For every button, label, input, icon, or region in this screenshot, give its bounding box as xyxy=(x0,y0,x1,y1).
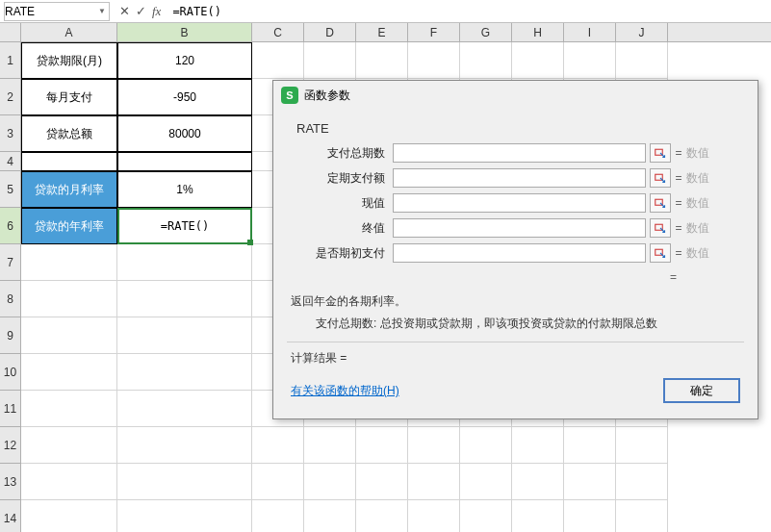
cell-A6[interactable]: 贷款的年利率 xyxy=(21,208,117,244)
help-link[interactable]: 有关该函数的帮助(H) xyxy=(291,383,399,399)
cell-B4[interactable] xyxy=(117,152,252,171)
cell-G1[interactable] xyxy=(460,42,512,79)
cell-I1[interactable] xyxy=(564,42,616,79)
cell-D14[interactable] xyxy=(304,500,356,532)
cell-B6-editing[interactable]: =RATE() xyxy=(117,208,252,244)
cell-A14[interactable] xyxy=(21,500,117,532)
col-header-A[interactable]: A xyxy=(21,23,117,41)
cell-A13[interactable] xyxy=(21,464,117,500)
cell-H14[interactable] xyxy=(512,500,564,532)
cell-A3[interactable]: 贷款总额 xyxy=(21,115,117,152)
cell-A2[interactable]: 每月支付 xyxy=(21,79,117,115)
cell-J12[interactable] xyxy=(616,427,668,464)
col-header-J[interactable]: J xyxy=(616,23,668,41)
cell-A9[interactable] xyxy=(21,317,117,354)
cell-A4[interactable] xyxy=(21,152,117,171)
param-input[interactable] xyxy=(393,143,646,163)
fill-handle[interactable] xyxy=(247,240,253,245)
param-input[interactable] xyxy=(393,218,646,238)
range-selector-icon[interactable] xyxy=(650,168,671,188)
accept-icon[interactable]: ✓ xyxy=(136,4,146,18)
cell-B8[interactable] xyxy=(117,281,252,317)
cell-B5[interactable]: 1% xyxy=(117,171,252,208)
cell-E1[interactable] xyxy=(356,42,408,79)
cell-E13[interactable] xyxy=(356,464,408,500)
range-selector-icon[interactable] xyxy=(650,243,671,263)
col-header-H[interactable]: H xyxy=(512,23,564,41)
param-input[interactable] xyxy=(393,168,646,188)
cell-I12[interactable] xyxy=(564,427,616,464)
cell-A10[interactable] xyxy=(21,354,117,391)
cell-B7[interactable] xyxy=(117,244,252,281)
cell-B1[interactable]: 120 xyxy=(117,42,252,79)
row-header-7[interactable]: 7 xyxy=(0,244,21,281)
row-header-13[interactable]: 13 xyxy=(0,464,21,500)
cell-E12[interactable] xyxy=(356,427,408,464)
cell-G14[interactable] xyxy=(460,500,512,532)
name-box[interactable]: RATE ▼ xyxy=(4,2,110,21)
row-header-14[interactable]: 14 xyxy=(0,500,21,532)
cell-B2[interactable]: -950 xyxy=(117,79,252,115)
cell-B13[interactable] xyxy=(117,464,252,500)
cell-D12[interactable] xyxy=(304,427,356,464)
col-header-G[interactable]: G xyxy=(460,23,512,41)
cell-B12[interactable] xyxy=(117,427,252,464)
cell-J1[interactable] xyxy=(616,42,668,79)
cell-D1[interactable] xyxy=(304,42,356,79)
cell-I13[interactable] xyxy=(564,464,616,500)
param-input[interactable] xyxy=(393,243,646,263)
fx-icon[interactable]: fx xyxy=(152,4,161,19)
cancel-icon[interactable]: ✕ xyxy=(119,4,130,18)
col-header-D[interactable]: D xyxy=(304,23,356,41)
select-all-corner[interactable] xyxy=(0,23,21,41)
row-header-12[interactable]: 12 xyxy=(0,427,21,464)
cell-D13[interactable] xyxy=(304,464,356,500)
col-header-C[interactable]: C xyxy=(252,23,304,41)
cell-F12[interactable] xyxy=(408,427,460,464)
cell-B9[interactable] xyxy=(117,317,252,354)
cell-A11[interactable] xyxy=(21,391,117,427)
cell-A7[interactable] xyxy=(21,244,117,281)
row-header-6[interactable]: 6 xyxy=(0,208,21,244)
cell-C14[interactable] xyxy=(252,500,304,532)
cell-C12[interactable] xyxy=(252,427,304,464)
row-header-2[interactable]: 2 xyxy=(0,79,21,115)
cell-G12[interactable] xyxy=(460,427,512,464)
cell-F13[interactable] xyxy=(408,464,460,500)
cell-B14[interactable] xyxy=(117,500,252,532)
cell-H13[interactable] xyxy=(512,464,564,500)
cell-C1[interactable] xyxy=(252,42,304,79)
cell-G13[interactable] xyxy=(460,464,512,500)
row-header-3[interactable]: 3 xyxy=(0,115,21,152)
cell-B3[interactable]: 80000 xyxy=(117,115,252,152)
cell-I14[interactable] xyxy=(564,500,616,532)
cell-J13[interactable] xyxy=(616,464,668,500)
row-header-8[interactable]: 8 xyxy=(0,281,21,317)
row-header-9[interactable]: 9 xyxy=(0,317,21,354)
cell-C13[interactable] xyxy=(252,464,304,500)
row-header-11[interactable]: 11 xyxy=(0,391,21,427)
cell-A1[interactable]: 贷款期限(月) xyxy=(21,42,117,79)
name-box-dropdown-icon[interactable]: ▼ xyxy=(98,7,109,15)
col-header-E[interactable]: E xyxy=(356,23,408,41)
row-header-1[interactable]: 1 xyxy=(0,42,21,79)
ok-button[interactable]: 确定 xyxy=(663,378,740,403)
cell-F1[interactable] xyxy=(408,42,460,79)
range-selector-icon[interactable] xyxy=(650,193,671,213)
cell-E14[interactable] xyxy=(356,500,408,532)
cell-B11[interactable] xyxy=(117,391,252,427)
formula-input[interactable] xyxy=(167,5,771,18)
cell-F14[interactable] xyxy=(408,500,460,532)
row-header-10[interactable]: 10 xyxy=(0,354,21,391)
col-header-I[interactable]: I xyxy=(564,23,616,41)
col-header-B[interactable]: B xyxy=(117,23,252,41)
cell-J14[interactable] xyxy=(616,500,668,532)
cell-H1[interactable] xyxy=(512,42,564,79)
cell-A12[interactable] xyxy=(21,427,117,464)
cell-B10[interactable] xyxy=(117,354,252,391)
col-header-F[interactable]: F xyxy=(408,23,460,41)
dialog-titlebar[interactable]: S 函数参数 xyxy=(273,81,758,110)
cell-H12[interactable] xyxy=(512,427,564,464)
range-selector-icon[interactable] xyxy=(650,143,671,163)
param-input[interactable] xyxy=(393,193,646,213)
